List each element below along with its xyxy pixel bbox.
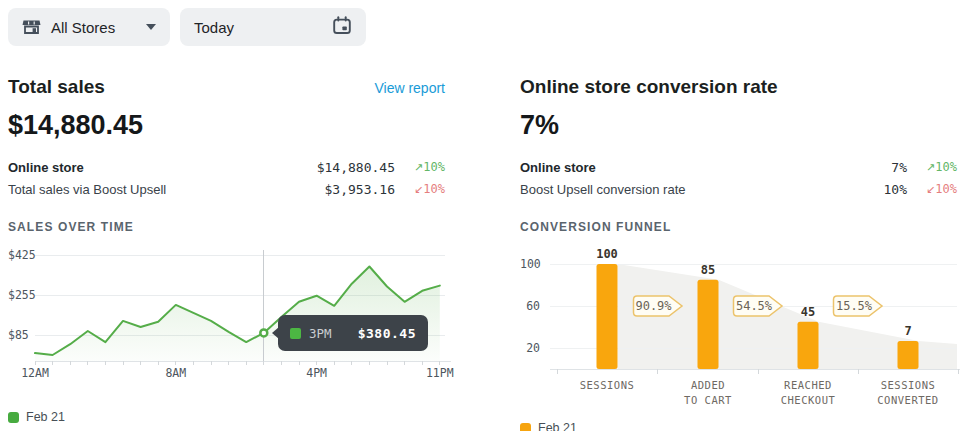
section-title: SALES OVER TIME bbox=[8, 220, 445, 236]
store-picker-button[interactable]: All Stores bbox=[8, 8, 170, 46]
bar-value-label: 100 bbox=[585, 247, 629, 261]
trend-badge: ↗10% bbox=[907, 160, 957, 174]
conversion-metrics: Online store 7% ↗10% Boost Upsell conver… bbox=[520, 156, 957, 200]
legend: Feb 21 bbox=[520, 421, 957, 431]
trend-badge: ↗10% bbox=[395, 160, 445, 174]
bar-value-label: 7 bbox=[886, 324, 930, 338]
metric-value: $3,953.16 bbox=[325, 182, 395, 197]
arrow-up-icon: ↗ bbox=[926, 161, 935, 174]
legend-swatch-green bbox=[8, 412, 19, 423]
chevron-down-icon bbox=[146, 24, 156, 30]
legend-swatch-orange bbox=[520, 423, 531, 431]
metric-value: 7% bbox=[891, 160, 907, 175]
conversion-rate-badge: 54.5% bbox=[732, 295, 784, 317]
conversion-funnel-chart[interactable]: 1006020100SESSIONS85ADDED TO CART45REACH… bbox=[520, 244, 957, 409]
metric-label: Total sales via Boost Upsell bbox=[8, 182, 166, 197]
funnel-bar[interactable] bbox=[698, 280, 719, 369]
y-axis-label: $85 bbox=[8, 328, 29, 342]
chart-tooltip: 3PM $380.45 bbox=[278, 315, 428, 351]
date-picker-button[interactable]: Today bbox=[180, 8, 366, 46]
metric-label: Boost Upsell conversion rate bbox=[520, 182, 685, 197]
arrow-down-icon: ↙ bbox=[926, 183, 935, 196]
trend-badge: ↙10% bbox=[395, 182, 445, 196]
tooltip-time: 3PM bbox=[309, 326, 332, 341]
metric-row: Online store $14,880.45 ↗10% bbox=[8, 156, 445, 178]
tooltip-value: $380.45 bbox=[358, 326, 416, 341]
y-axis-label: 20 bbox=[520, 341, 540, 355]
funnel-category-label: SESSIONS CONVERTED bbox=[860, 378, 956, 408]
funnel-category-label: REACHED CHECKOUT bbox=[760, 378, 856, 408]
conversion-rate-value: 90.9% bbox=[632, 295, 676, 317]
bar-value-label: 85 bbox=[686, 263, 730, 277]
funnel-bar[interactable] bbox=[597, 264, 618, 369]
arrow-down-icon: ↙ bbox=[414, 183, 423, 196]
store-picker-label: All Stores bbox=[51, 19, 115, 36]
metric-row: Online store 7% ↗10% bbox=[520, 156, 957, 178]
sales-line-plot bbox=[8, 244, 468, 384]
legend: Feb 21 bbox=[8, 410, 445, 424]
card-title: Total sales bbox=[8, 76, 105, 98]
legend-label: Feb 21 bbox=[538, 421, 577, 431]
metric-row: Total sales via Boost Upsell $3,953.16 ↙… bbox=[8, 178, 445, 200]
metric-row: Boost Upsell conversion rate 10% ↙10% bbox=[520, 178, 957, 200]
store-icon bbox=[22, 18, 41, 36]
conversion-rate-value: 54.5% bbox=[732, 295, 776, 317]
metric-label: Online store bbox=[8, 160, 84, 175]
x-axis-label: 4PM bbox=[291, 366, 343, 380]
x-axis-label: 8AM bbox=[150, 366, 202, 380]
conversion-rate-value: 15.5% bbox=[832, 295, 876, 317]
date-picker-label: Today bbox=[194, 19, 234, 36]
bar-value-label: 45 bbox=[786, 305, 830, 319]
tooltip-series-swatch bbox=[290, 328, 301, 339]
total-sales-value: $14,880.45 bbox=[8, 110, 445, 140]
card-title: Online store conversion rate bbox=[520, 76, 778, 98]
x-axis-label: 11PM bbox=[414, 366, 466, 380]
conversion-rate-badge: 15.5% bbox=[832, 295, 884, 317]
y-axis-label: $255 bbox=[8, 288, 36, 302]
sales-metrics: Online store $14,880.45 ↗10% Total sales… bbox=[8, 156, 445, 200]
y-axis-label: $425 bbox=[8, 248, 36, 262]
conversion-rate-badge: 90.9% bbox=[632, 295, 684, 317]
arrow-up-icon: ↗ bbox=[414, 161, 423, 174]
funnel-category-label: ADDED TO CART bbox=[660, 378, 756, 408]
metric-value: 10% bbox=[884, 182, 907, 197]
conversion-rate-value: 7% bbox=[520, 110, 957, 140]
sales-over-time-chart[interactable]: 3PM $380.45 $425$255$8512AM8AM4PM11PM bbox=[8, 244, 445, 384]
trend-badge: ↙10% bbox=[907, 182, 957, 196]
funnel-category-label: SESSIONS bbox=[559, 378, 655, 393]
y-axis-label: 100 bbox=[520, 257, 540, 271]
section-title: CONVERSION FUNNEL bbox=[520, 220, 957, 236]
x-axis-label: 12AM bbox=[9, 366, 61, 380]
metric-value: $14,880.45 bbox=[317, 160, 395, 175]
legend-label: Feb 21 bbox=[26, 410, 65, 424]
calendar-icon bbox=[332, 16, 352, 38]
total-sales-card: Total sales View report $14,880.45 Onlin… bbox=[8, 76, 445, 424]
y-axis-label: 60 bbox=[520, 299, 540, 313]
funnel-bar[interactable] bbox=[798, 322, 819, 369]
metric-label: Online store bbox=[520, 160, 596, 175]
view-report-link[interactable]: View report bbox=[374, 80, 445, 96]
funnel-bar[interactable] bbox=[898, 341, 919, 369]
conversion-rate-card: Online store conversion rate 7% Online s… bbox=[520, 76, 957, 431]
